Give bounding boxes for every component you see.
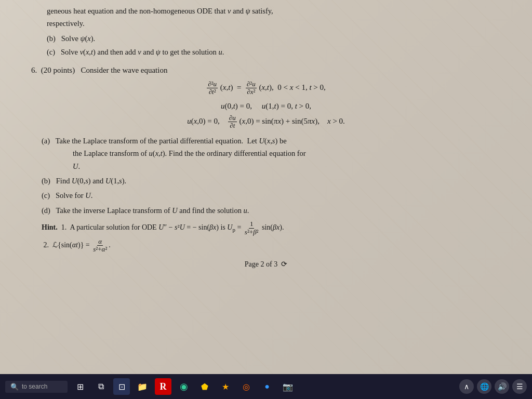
taskbar-app2-btn[interactable]: ◎ xyxy=(238,378,255,395)
wave-equation-block: ∂²u ∂t² (x,t) = ∂²u ∂x² (x,t), 0 < x < 1… xyxy=(31,81,501,96)
taskbar-browser-btn[interactable]: ◉ xyxy=(176,378,192,395)
taskbar-r-btn[interactable]: R xyxy=(155,378,171,395)
taskbar-widget-btn[interactable]: ⊡ xyxy=(113,378,130,395)
hint-section: Hint. 1. A particular solution for ODE U… xyxy=(42,220,501,253)
taskbar-star-btn[interactable]: ★ xyxy=(217,378,234,395)
page-number: Page 2 of 3 xyxy=(245,260,277,268)
part-a-line3: U. xyxy=(73,161,501,172)
part-b2: (b) Find U(0,s) and U(1,s). xyxy=(42,175,501,187)
taskbar-volume-icon[interactable]: 🔊 xyxy=(495,379,509,394)
initial-conditions: u(x,0) = 0, ∂u ∂t (x,0) = sin(πx) + sin(… xyxy=(31,114,501,130)
taskbar-app3-btn[interactable]: ● xyxy=(259,378,275,395)
part-a: (a) Take the Laplace transform of the pa… xyxy=(42,135,501,172)
taskbar-network-icon[interactable]: 🌐 xyxy=(477,379,491,394)
problem-6-header: 6. (20 points) Consider the wave equatio… xyxy=(31,64,501,76)
search-placeholder-text: to search xyxy=(22,383,47,390)
taskbar-app1-btn[interactable]: ⬟ xyxy=(196,378,213,395)
taskbar-multidesktop-btn[interactable]: ⧉ xyxy=(92,378,109,395)
part-b-old: (b) Solve ψ(x). xyxy=(31,33,501,44)
intro-line-1: geneous heat equation and the non-homoge… xyxy=(47,5,501,17)
taskbar-file-btn[interactable]: 📁 xyxy=(134,378,151,395)
text-content: geneous heat equation and the non-homoge… xyxy=(31,5,501,270)
intro-line-2: respectively. xyxy=(47,18,501,29)
page-footer: Page 2 of 3 ⟳ xyxy=(31,259,501,270)
boundary-conditions: u(0,t) = 0, u(1,t) = 0, t > 0, xyxy=(31,100,501,112)
part-b2-label: (b) Find U(0,s) and U(1,s). xyxy=(42,175,501,187)
taskbar-camera-btn[interactable]: 📷 xyxy=(280,378,296,395)
hint-line-2: 2. ℒ{sin(αt)} = α s²+α² . xyxy=(42,238,501,254)
taskbar-windows-btn[interactable]: ⊞ xyxy=(72,378,88,395)
part-a-label: (a) Take the Laplace transform of the pa… xyxy=(42,135,501,147)
taskbar-chevron-up[interactable]: ∧ xyxy=(459,379,474,394)
part-c2: (c) Solve for U. xyxy=(42,190,501,201)
taskbar-search[interactable]: 🔍 to search xyxy=(5,381,68,393)
part-a-line2: the Laplace transform of u(x,t). Find th… xyxy=(73,148,501,159)
page-content: geneous heat equation and the non-homoge… xyxy=(0,0,532,374)
part-c-old: (c) Solve v(x,t) and then add v and ψ to… xyxy=(31,46,501,58)
hint-line-1: Hint. 1. A particular solution for ODE U… xyxy=(42,220,501,236)
part-c2-label: (c) Solve for U. xyxy=(42,190,501,201)
part-d-label: (d) Take the inverse Laplace transform o… xyxy=(42,205,501,216)
taskbar: 🔍 to search ⊞ ⧉ ⊡ 📁 R ◉ ⬟ ★ ◎ ● 📷 ∧ 🌐 🔊 … xyxy=(0,374,532,399)
part-d: (d) Take the inverse Laplace transform o… xyxy=(42,205,501,216)
taskbar-settings-icon[interactable]: ☰ xyxy=(512,379,527,394)
taskbar-right-area: ∧ 🌐 🔊 ☰ xyxy=(459,379,527,394)
